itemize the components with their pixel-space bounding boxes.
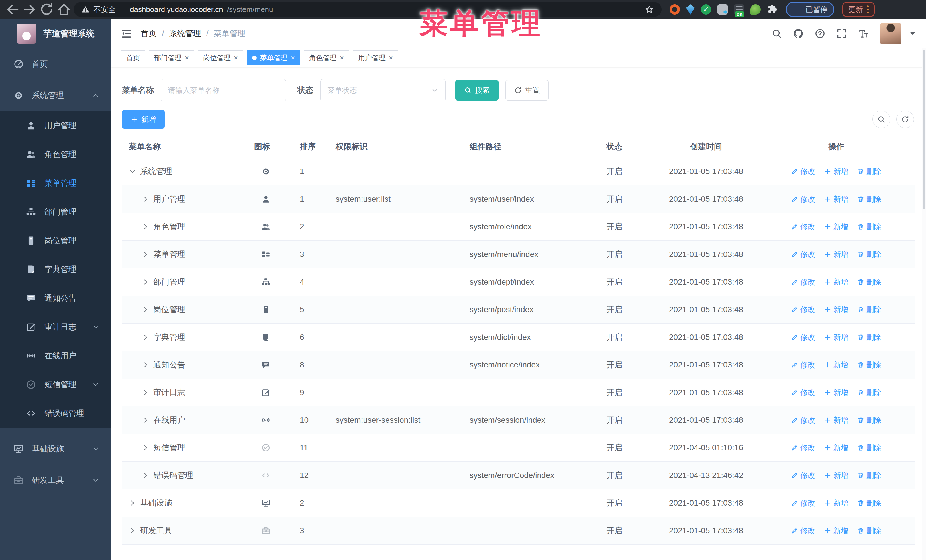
expand-icon[interactable] xyxy=(142,195,149,203)
page-scrollbar[interactable] xyxy=(922,48,926,560)
row-action-删除[interactable]: 删除 xyxy=(857,526,881,536)
row-action-新增[interactable]: 新增 xyxy=(824,443,848,453)
extension-leaf-icon[interactable] xyxy=(750,4,761,15)
expand-icon[interactable] xyxy=(142,389,149,396)
row-action-新增[interactable]: 新增 xyxy=(824,471,848,480)
font-size-icon[interactable] xyxy=(858,29,869,39)
tab-菜单管理[interactable]: 菜单管理× xyxy=(247,50,300,65)
row-action-修改[interactable]: 修改 xyxy=(791,360,815,370)
expand-icon[interactable] xyxy=(142,278,149,286)
expand-icon[interactable] xyxy=(142,306,149,313)
expand-collapseicon[interactable] xyxy=(129,168,136,175)
row-action-新增[interactable]: 新增 xyxy=(824,167,848,177)
breadcrumb-item[interactable]: 系统管理 xyxy=(169,28,201,39)
expand-icon[interactable] xyxy=(142,417,149,424)
extensions-puzzle-icon[interactable] xyxy=(767,4,777,15)
row-action-删除[interactable]: 删除 xyxy=(857,498,881,508)
sidebar-item-用户管理[interactable]: 用户管理 xyxy=(0,111,111,140)
browser-reload-icon[interactable] xyxy=(39,2,54,17)
sidebar-logo-row[interactable]: 芋道管理系统 xyxy=(0,19,111,48)
row-action-删除[interactable]: 删除 xyxy=(857,443,881,453)
row-action-删除[interactable]: 删除 xyxy=(857,249,881,260)
row-action-修改[interactable]: 修改 xyxy=(791,222,815,232)
add-button[interactable]: 新增 xyxy=(122,110,165,129)
close-icon[interactable]: × xyxy=(340,54,344,61)
row-action-新增[interactable]: 新增 xyxy=(824,388,848,398)
row-action-新增[interactable]: 新增 xyxy=(824,360,848,370)
row-action-删除[interactable]: 删除 xyxy=(857,194,881,204)
extension-grid-icon[interactable] xyxy=(717,4,728,15)
sidebar-item-基础设施[interactable]: 基础设施 xyxy=(0,433,111,465)
security-label[interactable]: 不安全 xyxy=(94,5,116,15)
extension-orange-icon[interactable] xyxy=(670,4,680,15)
row-action-修改[interactable]: 修改 xyxy=(791,277,815,287)
sidebar-item-角色管理[interactable]: 角色管理 xyxy=(0,140,111,169)
row-action-删除[interactable]: 删除 xyxy=(857,332,881,343)
row-action-修改[interactable]: 修改 xyxy=(791,332,815,343)
sidebar-item-在线用户[interactable]: 在线用户 xyxy=(0,341,111,370)
row-action-新增[interactable]: 新增 xyxy=(824,249,848,260)
close-icon[interactable]: × xyxy=(185,54,189,61)
browser-home-icon[interactable] xyxy=(56,2,71,17)
row-action-删除[interactable]: 删除 xyxy=(857,222,881,232)
profile-paused-pill[interactable]: 已暂停 xyxy=(786,2,834,17)
status-select[interactable]: 菜单状态 xyxy=(320,79,446,101)
tab-角色管理[interactable]: 角色管理× xyxy=(304,50,349,65)
browser-back-icon[interactable] xyxy=(5,2,20,17)
expand-icon[interactable] xyxy=(142,251,149,258)
scrollbar-thumb[interactable] xyxy=(923,50,925,209)
close-icon[interactable]: × xyxy=(389,54,393,61)
search-button[interactable]: 搜索 xyxy=(455,80,499,101)
breadcrumb-item[interactable]: 首页 xyxy=(141,28,157,39)
expand-icon[interactable] xyxy=(142,444,149,451)
sidebar-item-短信管理[interactable]: 短信管理 xyxy=(0,370,111,399)
browser-menu-icon[interactable] xyxy=(867,5,869,14)
expand-icon[interactable] xyxy=(142,472,149,479)
row-action-修改[interactable]: 修改 xyxy=(791,471,815,480)
row-action-修改[interactable]: 修改 xyxy=(791,443,815,453)
expand-icon[interactable] xyxy=(142,334,149,341)
row-action-修改[interactable]: 修改 xyxy=(791,498,815,508)
sidebar-item-岗位管理[interactable]: 岗位管理 xyxy=(0,226,111,255)
row-action-新增[interactable]: 新增 xyxy=(824,194,848,204)
extension-proxy-icon[interactable]: on xyxy=(734,4,744,15)
row-action-删除[interactable]: 删除 xyxy=(857,415,881,425)
avatar-caret-icon[interactable] xyxy=(909,30,916,37)
row-action-新增[interactable]: 新增 xyxy=(824,415,848,425)
sidebar-item-字典管理[interactable]: 字典管理 xyxy=(0,255,111,284)
url-host[interactable]: dashboard.yudao.iocoder.cn xyxy=(130,5,223,14)
tab-岗位管理[interactable]: 岗位管理× xyxy=(198,50,243,65)
browser-update-button[interactable]: 更新 xyxy=(842,2,875,17)
sidebar-item-首页[interactable]: 首页 xyxy=(0,48,111,80)
expand-icon[interactable] xyxy=(129,499,136,507)
row-action-删除[interactable]: 删除 xyxy=(857,388,881,398)
close-icon[interactable]: × xyxy=(291,54,295,61)
expand-icon[interactable] xyxy=(129,527,136,534)
expand-icon[interactable] xyxy=(142,361,149,368)
refresh-button[interactable] xyxy=(896,110,914,128)
tab-部门管理[interactable]: 部门管理× xyxy=(149,50,194,65)
user-avatar[interactable] xyxy=(880,23,902,44)
row-action-新增[interactable]: 新增 xyxy=(824,498,848,508)
expand-icon[interactable] xyxy=(142,223,149,231)
row-action-新增[interactable]: 新增 xyxy=(824,277,848,287)
toggle-search-button[interactable] xyxy=(872,110,890,128)
row-action-删除[interactable]: 删除 xyxy=(857,277,881,287)
sidebar-item-系统管理[interactable]: 系统管理 xyxy=(0,80,111,111)
fullscreen-icon[interactable] xyxy=(837,29,847,39)
row-action-修改[interactable]: 修改 xyxy=(791,249,815,260)
row-action-删除[interactable]: 删除 xyxy=(857,305,881,315)
help-icon[interactable] xyxy=(815,29,825,39)
tab-用户管理[interactable]: 用户管理× xyxy=(353,50,398,65)
sidebar-toggle-icon[interactable] xyxy=(121,28,132,39)
row-action-修改[interactable]: 修改 xyxy=(791,415,815,425)
search-icon[interactable] xyxy=(772,29,782,39)
sidebar-item-审计日志[interactable]: 审计日志 xyxy=(0,312,111,341)
row-action-新增[interactable]: 新增 xyxy=(824,305,848,315)
tab-首页[interactable]: 首页 xyxy=(121,50,145,65)
sidebar-item-通知公告[interactable]: 通知公告 xyxy=(0,284,111,312)
reset-button[interactable]: 重置 xyxy=(505,80,549,101)
row-action-删除[interactable]: 删除 xyxy=(857,360,881,370)
url-path[interactable]: /system/menu xyxy=(227,5,273,14)
row-action-修改[interactable]: 修改 xyxy=(791,388,815,398)
